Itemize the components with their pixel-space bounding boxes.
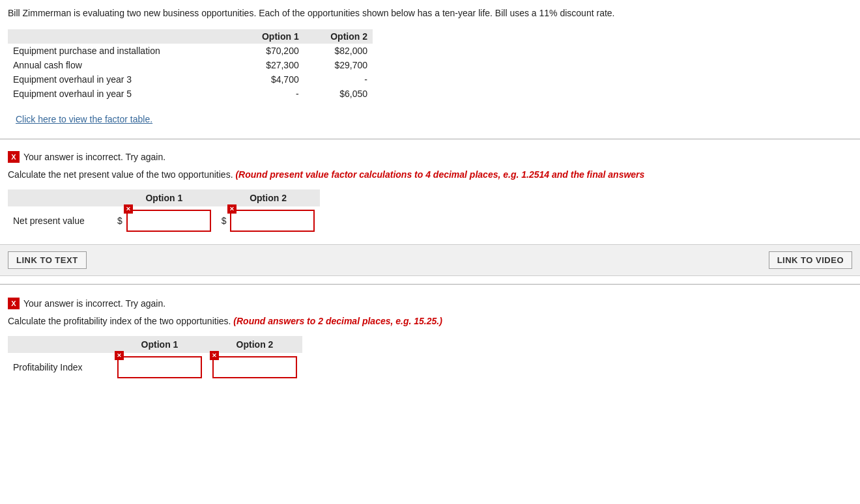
incorrect-row-2: X Your answer is incorrect. Try again.	[8, 298, 852, 309]
buttons-right: LINK TO VIDEO	[769, 251, 852, 269]
incorrect-text-2: Your answer is incorrect. Try again.	[23, 298, 165, 309]
npv-opt2-cell: $ ✕	[216, 206, 321, 235]
npv-input-opt1[interactable]	[126, 210, 211, 232]
npv-input-opt2[interactable]	[230, 210, 315, 232]
data-row-opt2: $82,000	[304, 44, 373, 58]
x-icon-1: X	[8, 151, 20, 163]
input-wrapper-2: ✕	[230, 210, 315, 232]
input-x-1: ✕	[124, 204, 133, 214]
x-icon-2: X	[8, 298, 20, 309]
pi-input-opt2[interactable]	[212, 356, 297, 378]
npv-label: Net present value	[8, 206, 112, 235]
data-row-label: Equipment purchase and installation	[8, 44, 236, 58]
answer-table-1: Option 1 Option 2 Net present value $ ✕ …	[8, 189, 320, 235]
data-row-opt2: -	[304, 72, 373, 87]
data-row-opt2: $6,050	[304, 87, 373, 101]
col-header-opt2: Option 2	[304, 29, 373, 44]
data-row-label: Annual cash flow	[8, 58, 236, 72]
answer-table-2: Option 1 Option 2 Profitability Index ✕ …	[8, 336, 302, 382]
intro-text: Bill Zimmerman is evaluating two new bus…	[0, 0, 860, 25]
incorrect-text-1: Your answer is incorrect. Try again.	[23, 152, 165, 162]
section2: X Your answer is incorrect. Try again. C…	[0, 288, 860, 384]
pi-label: Profitability Index	[8, 353, 112, 382]
buttons-row-1: LINK TO TEXT LINK TO VIDEO	[0, 244, 860, 276]
data-row-opt1: -	[236, 87, 304, 101]
ans-th-empty	[8, 189, 112, 206]
instruction-text-2: Calculate the profitability index of the…	[8, 315, 852, 328]
data-row-opt1: $27,300	[236, 58, 304, 72]
pi-opt1-cell: ✕	[112, 353, 207, 382]
instruction-normal-2: Calculate the profitability index of the…	[8, 316, 231, 326]
input-x-3: ✕	[115, 351, 124, 360]
section1: X Your answer is incorrect. Try again. C…	[0, 143, 860, 238]
data-row-opt1: $70,200	[236, 44, 304, 58]
data-row-opt1: $4,700	[236, 72, 304, 87]
pi-th-opt2: Option 2	[207, 336, 302, 353]
input-wrapper-4: ✕	[212, 356, 297, 378]
pi-th-empty	[8, 336, 112, 353]
data-row-opt2: $29,700	[304, 58, 373, 72]
link-to-video-button[interactable]: LINK TO VIDEO	[769, 251, 852, 269]
input-wrapper-1: ✕	[126, 210, 211, 232]
col-header-opt1: Option 1	[236, 29, 304, 44]
input-x-4: ✕	[210, 351, 219, 360]
data-row-label: Equipment overhaul in year 5	[8, 87, 236, 101]
data-row-label: Equipment overhaul in year 3	[8, 72, 236, 87]
pi-th-opt1: Option 1	[112, 336, 207, 353]
instruction-italic-1: (Round present value factor calculations…	[235, 169, 644, 180]
instruction-italic-2: (Round answers to 2 decimal places, e.g.…	[233, 316, 442, 326]
dollar-sign-2: $	[222, 216, 227, 226]
input-x-2: ✕	[227, 204, 236, 214]
npv-opt1-cell: $ ✕	[112, 206, 216, 235]
pi-opt2-cell: ✕	[207, 353, 302, 382]
pi-input-opt1[interactable]	[117, 356, 202, 378]
incorrect-row-1: X Your answer is incorrect. Try again.	[8, 151, 852, 163]
instruction-normal-1: Calculate the net present value of the t…	[8, 169, 233, 180]
dollar-sign-1: $	[117, 216, 122, 226]
data-table: Option 1 Option 2 Equipment purchase and…	[8, 29, 373, 101]
factor-table-link[interactable]: Click here to view the factor table.	[8, 110, 160, 128]
link-to-text-button[interactable]: LINK TO TEXT	[8, 251, 87, 269]
instruction-text-1: Calculate the net present value of the t…	[8, 168, 852, 182]
input-wrapper-3: ✕	[117, 356, 202, 378]
